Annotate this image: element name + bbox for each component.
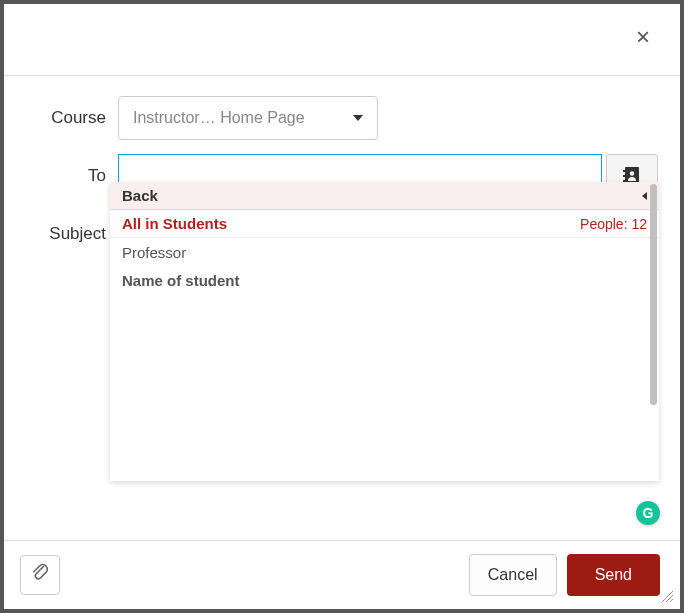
close-button[interactable]: × xyxy=(628,22,658,52)
subject-label: Subject xyxy=(26,224,106,244)
attach-button[interactable] xyxy=(20,555,60,595)
course-row: Course Instructor… Home Page xyxy=(26,96,658,140)
grammarly-badge[interactable]: G xyxy=(636,501,660,525)
dropdown-item-label: Professor xyxy=(122,244,186,261)
recipients-dropdown: Back All in Students People: 12 Professo… xyxy=(110,182,659,481)
dropdown-all-label: All in Students xyxy=(122,215,227,232)
modal-footer: Cancel Send xyxy=(4,541,680,609)
close-icon: × xyxy=(636,23,650,50)
grammarly-icon: G xyxy=(643,505,654,521)
dropdown-people-count: People: 12 xyxy=(580,216,647,232)
course-label: Course xyxy=(26,108,106,128)
dropdown-name-text: Name of student xyxy=(122,272,240,289)
modal-header: × xyxy=(4,4,680,76)
course-select[interactable]: Instructor… Home Page xyxy=(118,96,378,140)
compose-modal: × Course Instructor… Home Page To xyxy=(4,4,680,609)
course-select-text: Instructor… Home Page xyxy=(133,109,353,127)
svg-point-1 xyxy=(630,171,634,175)
to-label: To xyxy=(26,166,106,186)
dropdown-back-label: Back xyxy=(122,187,158,204)
caret-down-icon xyxy=(353,115,363,121)
paperclip-icon xyxy=(30,563,50,587)
chevron-left-icon xyxy=(642,192,647,200)
send-button[interactable]: Send xyxy=(567,554,660,596)
svg-rect-2 xyxy=(623,170,625,172)
cancel-button[interactable]: Cancel xyxy=(469,554,557,596)
dropdown-name-placeholder: Name of student xyxy=(110,266,659,294)
dropdown-back[interactable]: Back xyxy=(110,182,659,210)
dropdown-all-students[interactable]: All in Students People: 12 xyxy=(110,210,659,238)
svg-rect-3 xyxy=(623,175,625,177)
dropdown-item-professor[interactable]: Professor xyxy=(110,238,659,266)
dropdown-scroll-thumb[interactable] xyxy=(650,184,657,405)
dropdown-scrollbar[interactable] xyxy=(650,184,657,479)
